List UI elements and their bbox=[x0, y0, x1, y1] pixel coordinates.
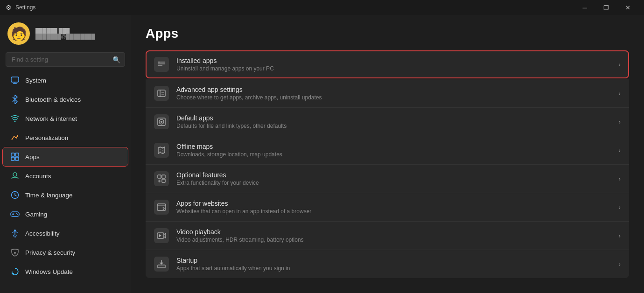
title-bar-controls: ─ ❐ ✕ bbox=[574, 0, 638, 15]
user-info: ██████ ███ ███████@████████ bbox=[35, 28, 95, 39]
setting-desc-offline-maps: Downloads, storage location, map updates bbox=[176, 151, 282, 158]
sidebar-label-bluetooth: Bluetooth & devices bbox=[25, 96, 81, 103]
setting-item-default-apps-left: Default apps Defaults for file and link … bbox=[154, 114, 287, 129]
title-bar-left: ⚙ Settings bbox=[6, 4, 35, 11]
setting-item-offline-maps[interactable]: Offline maps Downloads, storage location… bbox=[146, 136, 629, 165]
network-icon bbox=[10, 114, 20, 123]
main-content: Apps Installed apps Uninsta bbox=[131, 15, 644, 293]
chevron-icon-apps-for-websites: › bbox=[618, 203, 621, 211]
setting-title-offline-maps: Offline maps bbox=[176, 143, 282, 150]
sidebar-item-windows-update[interactable]: Windows Update bbox=[3, 262, 128, 281]
svg-rect-20 bbox=[158, 62, 160, 63]
chevron-icon-video-playback: › bbox=[618, 232, 621, 239]
sidebar-label-privacy: Privacy & security bbox=[25, 249, 75, 256]
user-name: ██████ ███ bbox=[35, 28, 95, 34]
sidebar: 🧑 ██████ ███ ███████@████████ 🔍 System bbox=[0, 15, 131, 293]
sidebar-item-bluetooth[interactable]: Bluetooth & devices bbox=[3, 90, 128, 109]
user-email: ███████@████████ bbox=[35, 34, 95, 39]
setting-title-video-playback: Video playback bbox=[176, 228, 304, 236]
setting-item-apps-for-websites[interactable]: Apps for websites Websites that can open… bbox=[146, 193, 629, 222]
svg-point-14 bbox=[17, 214, 18, 215]
chevron-icon-optional-features: › bbox=[618, 175, 621, 182]
page-title: Apps bbox=[146, 26, 629, 41]
default-apps-icon bbox=[154, 114, 169, 129]
setting-item-optional-features[interactable]: Optional features Extra functionality fo… bbox=[146, 165, 629, 193]
startup-icon bbox=[154, 257, 169, 272]
setting-text-offline-maps: Offline maps Downloads, storage location… bbox=[176, 143, 282, 158]
sidebar-label-accounts: Accounts bbox=[25, 173, 51, 180]
setting-text-optional-features: Optional features Extra functionality fo… bbox=[176, 171, 259, 186]
svg-point-3 bbox=[14, 121, 16, 122]
setting-item-installed-apps[interactable]: Installed apps Uninstall and manage apps… bbox=[146, 50, 629, 78]
gaming-icon bbox=[10, 209, 20, 219]
close-button[interactable]: ✕ bbox=[617, 0, 638, 15]
time-icon bbox=[10, 190, 20, 200]
settings-group: Installed apps Uninstall and manage apps… bbox=[146, 50, 629, 278]
sidebar-nav: System Bluetooth & devices Network bbox=[0, 70, 131, 281]
setting-title-default-apps: Default apps bbox=[176, 114, 287, 122]
svg-rect-5 bbox=[15, 153, 19, 156]
sidebar-item-privacy[interactable]: Privacy & security bbox=[3, 243, 128, 262]
sidebar-item-system[interactable]: System bbox=[3, 71, 128, 90]
settings-icon: ⚙ bbox=[6, 4, 12, 11]
svg-point-16 bbox=[14, 252, 16, 254]
sidebar-label-time: Time & language bbox=[25, 192, 73, 199]
svg-rect-28 bbox=[158, 175, 161, 178]
user-profile[interactable]: 🧑 ██████ ███ ███████@████████ bbox=[0, 15, 131, 50]
setting-item-default-apps[interactable]: Default apps Defaults for file and link … bbox=[146, 108, 629, 136]
setting-title-optional-features: Optional features bbox=[176, 171, 259, 179]
sidebar-item-time[interactable]: Time & language bbox=[3, 186, 128, 204]
sidebar-item-personalization[interactable]: Personalization bbox=[3, 128, 128, 147]
sidebar-label-system: System bbox=[25, 77, 46, 84]
sidebar-item-accounts[interactable]: Accounts bbox=[3, 167, 128, 185]
svg-rect-4 bbox=[11, 153, 14, 156]
chevron-icon-startup: › bbox=[618, 260, 621, 268]
svg-point-8 bbox=[13, 173, 17, 176]
chevron-icon-installed-apps: › bbox=[618, 61, 621, 68]
sidebar-item-apps[interactable]: Apps bbox=[3, 147, 128, 166]
svg-marker-36 bbox=[159, 234, 161, 237]
setting-title-installed-apps: Installed apps bbox=[176, 57, 274, 64]
video-playback-icon bbox=[154, 228, 169, 243]
sidebar-item-network[interactable]: Network & internet bbox=[3, 109, 128, 128]
setting-item-startup[interactable]: Startup Apps that start automatically wh… bbox=[146, 250, 629, 278]
setting-item-advanced-app-settings[interactable]: Advanced app settings Choose where to ge… bbox=[146, 79, 629, 108]
maximize-button[interactable]: ❐ bbox=[595, 0, 617, 15]
windows-update-icon bbox=[10, 267, 20, 276]
accessibility-icon bbox=[10, 229, 20, 238]
sidebar-label-personalization: Personalization bbox=[25, 134, 68, 141]
chevron-icon-advanced-app-settings: › bbox=[618, 90, 621, 97]
minimize-button[interactable]: ─ bbox=[574, 0, 595, 15]
sidebar-label-network: Network & internet bbox=[25, 115, 77, 122]
svg-rect-33 bbox=[157, 204, 166, 210]
search-input[interactable] bbox=[6, 52, 125, 67]
search-box: 🔍 bbox=[6, 52, 125, 67]
svg-rect-7 bbox=[15, 157, 19, 160]
svg-rect-30 bbox=[162, 179, 165, 182]
setting-item-startup-left: Startup Apps that start automatically wh… bbox=[154, 257, 290, 272]
setting-title-startup: Startup bbox=[176, 257, 290, 264]
setting-item-advanced-left: Advanced app settings Choose where to ge… bbox=[154, 86, 322, 101]
svg-rect-0 bbox=[11, 77, 19, 82]
svg-point-13 bbox=[16, 213, 17, 214]
search-icon: 🔍 bbox=[112, 56, 120, 63]
setting-item-offline-maps-left: Offline maps Downloads, storage location… bbox=[154, 143, 282, 158]
sidebar-item-gaming[interactable]: Gaming bbox=[3, 205, 128, 223]
setting-item-optional-features-left: Optional features Extra functionality fo… bbox=[154, 171, 259, 186]
system-icon bbox=[10, 76, 20, 85]
accounts-icon bbox=[10, 171, 20, 181]
setting-item-video-playback[interactable]: Video playback Video adjustments, HDR st… bbox=[146, 222, 629, 250]
setting-text-video-playback: Video playback Video adjustments, HDR st… bbox=[176, 228, 304, 243]
setting-desc-optional-features: Extra functionality for your device bbox=[176, 180, 259, 186]
setting-text-advanced-app-settings: Advanced app settings Choose where to ge… bbox=[176, 86, 322, 101]
svg-rect-10 bbox=[11, 212, 19, 216]
setting-text-default-apps: Default apps Defaults for file and link … bbox=[176, 114, 287, 129]
title-bar: ⚙ Settings ─ ❐ ✕ bbox=[0, 0, 644, 15]
sidebar-label-gaming: Gaming bbox=[25, 211, 47, 218]
sidebar-item-accessibility[interactable]: Accessibility bbox=[3, 224, 128, 243]
setting-text-apps-for-websites: Apps for websites Websites that can open… bbox=[176, 200, 311, 215]
avatar-emoji: 🧑 bbox=[11, 26, 27, 42]
apps-for-websites-icon bbox=[154, 200, 169, 215]
offline-maps-icon bbox=[154, 143, 169, 158]
svg-point-15 bbox=[14, 230, 16, 231]
